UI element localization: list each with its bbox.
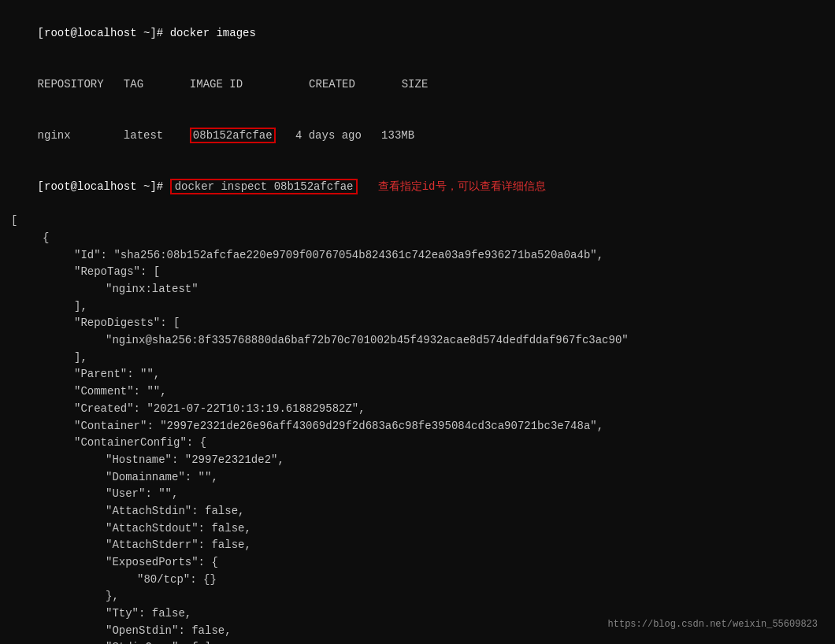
json-attachstdin: "AttachStdin": false,: [11, 503, 824, 520]
json-containerconfig-open: "ContainerConfig": {: [11, 435, 824, 452]
red-comment: 查看指定id号，可以查看详细信息: [378, 180, 546, 193]
json-object-open: {: [11, 230, 824, 247]
json-attachstderr: "AttachStderr": false,: [11, 537, 824, 554]
col-tag-header: TAG: [124, 78, 190, 91]
json-container: "Container": "2997e2321de26e96aff43069d2…: [11, 418, 824, 435]
prompt-2: [root@localhost ~]#: [38, 180, 170, 193]
col-size-header: SIZE: [402, 78, 429, 91]
json-created: "Created": "2021-07-22T10:13:19.61882958…: [11, 401, 824, 418]
command-line-2: [root@localhost ~]# docker inspect 08b15…: [11, 161, 824, 213]
json-parent: "Parent": "",: [11, 366, 824, 383]
json-exposedports-open: "ExposedPorts": {: [11, 554, 824, 572]
json-id: "Id": "sha256:08b152afcfae220e9709f00767…: [11, 247, 824, 265]
json-array-open: [: [11, 213, 824, 230]
col-created-header: CREATED: [309, 78, 402, 91]
tag-value: latest: [124, 129, 190, 142]
repo-value: nginx: [38, 129, 124, 142]
json-comment: "Comment": "",: [11, 383, 824, 401]
json-repotags-key: "RepoTags": [: [11, 264, 824, 281]
json-exposedports-val: "80/tcp": {}: [11, 572, 824, 589]
created-value: 4 days ago: [276, 129, 381, 142]
json-stdinonce: "StdinOnce": false,: [11, 639, 824, 644]
json-domainname: "Domainname": "",: [11, 469, 824, 487]
json-repodigests-close: ],: [11, 350, 824, 367]
col-repository-header: REPOSITORY: [38, 78, 124, 91]
command-line-1: [root@localhost ~]# docker images: [11, 8, 824, 59]
json-exposedports-close: },: [11, 588, 824, 605]
terminal: [root@localhost ~]# docker images REPOSI…: [11, 8, 824, 636]
json-hostname: "Hostname": "2997e2321de2",: [11, 452, 824, 469]
json-repotags-close: ],: [11, 298, 824, 316]
json-repotags-val: "nginx:latest": [11, 281, 824, 298]
nginx-row: nginx latest 08b152afcfae 4 days ago 133…: [11, 110, 824, 161]
cmd-1: docker images: [170, 27, 256, 39]
col-imageid-header: IMAGE ID: [190, 78, 309, 91]
json-user: "User": "",: [11, 486, 824, 503]
json-repodigests-val: "nginx@sha256:8f335768880da6baf72b70c701…: [11, 332, 824, 350]
size-value: 133MB: [381, 129, 414, 142]
inspect-cmd-highlighted: docker inspect 08b152afcfae: [170, 179, 358, 194]
watermark: https://blog.csdn.net/weixin_55609823: [608, 619, 818, 630]
image-id-highlighted: 08b152afcfae: [190, 128, 276, 143]
json-attachstdout: "AttachStdout": false,: [11, 520, 824, 538]
prompt-1: [root@localhost ~]#: [38, 27, 170, 39]
table-header: REPOSITORY TAG IMAGE ID CREATED SIZE: [11, 59, 824, 110]
json-repodigests-key: "RepoDigests": [: [11, 315, 824, 332]
